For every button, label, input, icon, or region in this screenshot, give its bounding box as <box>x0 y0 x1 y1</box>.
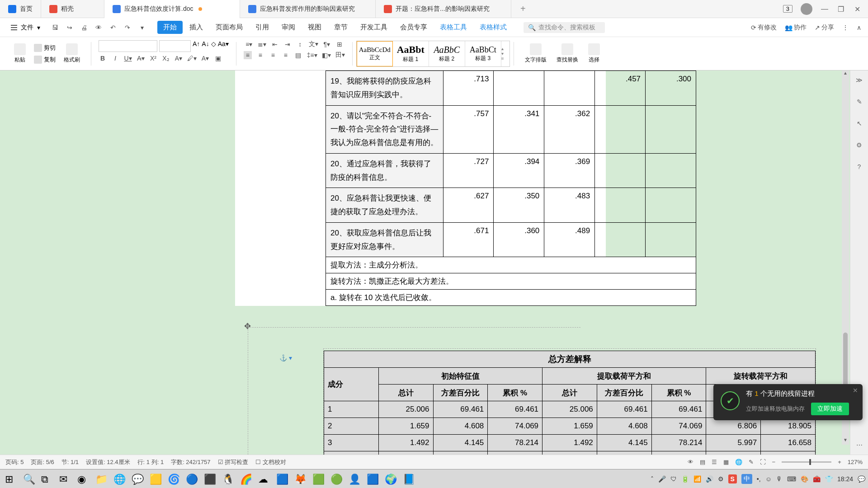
wps-icon[interactable]: 📘 <box>401 471 416 487</box>
tray-volume-icon[interactable]: 🔊 <box>706 475 713 483</box>
chrome-icon[interactable]: 🌐 <box>111 471 127 487</box>
status-page-of[interactable]: 页面: 5/6 <box>31 458 54 466</box>
highlight-button[interactable]: 🖊▾ <box>187 55 197 62</box>
style-h3[interactable]: AaBbCt标题 3 <box>465 41 501 66</box>
tray-battery-icon[interactable]: 🔋 <box>681 475 689 483</box>
undo-icon[interactable]: ↶ <box>108 23 118 32</box>
style-h2[interactable]: AaBbC标题 2 <box>429 41 465 66</box>
window-close-button[interactable]: ✕ <box>853 5 861 13</box>
sync-status[interactable]: ⟳ 有修改 <box>751 23 777 32</box>
chrome-icon-2[interactable]: 🌈 <box>238 471 253 487</box>
ime-account-icon[interactable]: 👕 <box>825 475 833 483</box>
cut-button[interactable]: 剪切 <box>32 43 57 53</box>
taskbar-clock[interactable]: 18:24 <box>837 475 853 483</box>
style-h1[interactable]: AaBbt标题 1 <box>393 41 429 66</box>
indent-button[interactable]: ⇥ <box>283 41 292 48</box>
shrink-font-icon[interactable]: A↓ <box>202 40 209 52</box>
expand-icon[interactable]: ∧ <box>857 24 861 31</box>
bold-button[interactable]: B <box>99 55 107 62</box>
char-border-button[interactable]: ▣ <box>214 55 222 62</box>
tray-wifi-icon[interactable]: 📶 <box>693 475 701 483</box>
status-position[interactable]: 设置值: 12.4厘米 <box>86 458 130 466</box>
menu-tab-chapter[interactable]: 章节 <box>328 21 354 34</box>
app-icon-3[interactable]: 🟦 <box>274 471 289 487</box>
ime-mic-icon[interactable]: 🎙 <box>776 475 783 483</box>
bullet-list-button[interactable]: ≡▾ <box>245 41 253 48</box>
font-size-select[interactable] <box>159 40 191 52</box>
tray-up-icon[interactable]: ˄ <box>651 475 654 483</box>
menu-tab-tabletool[interactable]: 表格工具 <box>434 21 473 34</box>
ime-punct-icon[interactable]: •, <box>757 475 761 483</box>
avatar[interactable] <box>801 3 812 15</box>
chevron-down-icon[interactable]: ▾ <box>137 23 146 32</box>
status-spellcheck[interactable]: ☑ 拼写检查 <box>218 458 249 466</box>
app-icon-6[interactable]: 👤 <box>346 471 362 487</box>
collab-button[interactable]: 👥 协作 <box>785 23 807 32</box>
print-icon[interactable]: 🖨 <box>80 23 89 32</box>
text-layout-button[interactable]: 文字排版 <box>521 42 550 66</box>
zoom-in-button[interactable]: + <box>838 459 841 465</box>
ime-keyboard-icon[interactable]: ⌨ <box>787 475 796 483</box>
ime-tool-icon[interactable]: 🧰 <box>813 475 821 483</box>
start-button[interactable]: ⊞ <box>3 471 18 487</box>
redo-icon[interactable]: ↷ <box>123 23 132 32</box>
edge-icon[interactable]: 🌀 <box>165 471 181 487</box>
scroll-down-icon[interactable]: ▼ <box>842 437 849 445</box>
search-input[interactable]: 🔍查找命令、搜索模板 <box>524 22 605 33</box>
explorer-icon[interactable]: 📁 <box>93 471 108 487</box>
notification-center-icon[interactable]: 💬 <box>858 475 865 483</box>
ime-sogou-icon[interactable]: S <box>728 474 737 483</box>
side-cursor-icon[interactable]: ↖ <box>854 118 864 128</box>
align-center-button[interactable]: ≡ <box>256 52 264 59</box>
char-case-icon[interactable]: Aa▾ <box>218 40 229 52</box>
tray-shield-icon[interactable]: 🛡 <box>670 475 677 483</box>
app-icon-7[interactable]: 🟦 <box>364 471 380 487</box>
window-minimize-button[interactable]: — <box>821 5 829 13</box>
number-list-button[interactable]: ≣▾ <box>258 41 266 48</box>
side-more-icon[interactable]: ⋯ <box>854 440 864 450</box>
view-page-icon[interactable]: ▤ <box>700 459 705 465</box>
tab-add-button[interactable]: + <box>511 4 535 14</box>
paste-button[interactable]: 粘贴 <box>10 42 29 66</box>
status-section[interactable]: 节: 1/1 <box>61 458 79 466</box>
align-right-button[interactable]: ≡ <box>269 52 277 59</box>
window-maximize-button[interactable]: ❐ <box>837 5 845 13</box>
menu-tab-insert[interactable]: 插入 <box>184 21 209 34</box>
menu-tab-tablestyle[interactable]: 表格样式 <box>474 21 513 34</box>
tabs-button[interactable]: ⊞ <box>335 41 344 48</box>
select-button[interactable]: 选择 <box>585 42 604 66</box>
app-icon-2[interactable]: ⬛ <box>202 471 217 487</box>
text-effect-button[interactable]: A▾ <box>175 55 183 62</box>
view-globe-icon[interactable]: 🌐 <box>735 459 742 465</box>
tab-doc-2[interactable]: 应急科普发挥作用的影响因素研究 <box>240 0 376 18</box>
steam-icon[interactable]: ◉ <box>75 471 90 487</box>
outdent-button[interactable]: ⇤ <box>271 41 279 48</box>
copy-button[interactable]: 复制 <box>32 55 57 65</box>
app-icon-8[interactable]: 🌍 <box>382 471 398 487</box>
zoom-value[interactable]: 127% <box>848 459 863 465</box>
ime-face-icon[interactable]: ☺ <box>765 475 772 483</box>
side-collapse-icon[interactable]: ≫ <box>854 75 864 85</box>
menu-tab-start[interactable]: 开始 <box>157 21 183 34</box>
find-replace-button[interactable]: 查找替换 <box>553 42 582 66</box>
browser-icon[interactable]: 🔵 <box>184 471 199 487</box>
menu-tab-layout[interactable]: 页面布局 <box>210 21 249 34</box>
style-more-icon[interactable]: ▴▾≡ <box>501 41 509 66</box>
scroll-up-icon[interactable]: ▲ <box>842 70 849 78</box>
line-spacing-button[interactable]: ‡≡▾ <box>307 52 317 59</box>
grow-font-icon[interactable]: A↑ <box>193 40 200 52</box>
italic-button[interactable]: I <box>111 55 119 62</box>
firefox-icon[interactable]: 🦊 <box>292 471 307 487</box>
status-proofread[interactable]: ☐ 文档校对 <box>255 458 286 466</box>
cloud-icon[interactable]: ☁ <box>256 471 271 487</box>
menu-tab-member[interactable]: 会员专享 <box>394 21 433 34</box>
align-dist-button[interactable]: ▤ <box>294 52 302 59</box>
zoom-fit-icon[interactable]: ⛶ <box>760 459 766 465</box>
wechat-icon[interactable]: 💬 <box>129 471 145 487</box>
align-left-button[interactable]: ≡ <box>244 51 252 59</box>
side-pencil-icon[interactable]: ✎ <box>854 97 864 107</box>
export-icon[interactable]: ↪ <box>65 23 74 32</box>
underline-button[interactable]: U▾ <box>124 55 132 62</box>
search-button[interactable]: 🔍 <box>21 471 36 487</box>
menu-tab-ref[interactable]: 引用 <box>250 21 275 34</box>
